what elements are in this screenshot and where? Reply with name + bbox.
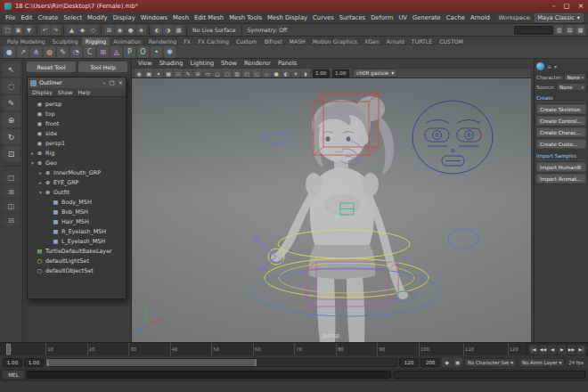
outliner-row[interactable]: ◉ front [28, 118, 126, 128]
viewport-menu-item[interactable]: Panels [278, 60, 297, 67]
viewport-menu-item[interactable]: Show [221, 60, 237, 67]
select-object-icon[interactable]: ◆ [78, 25, 87, 35]
expand-arrow-icon[interactable]: ▸ [37, 180, 44, 185]
paint-skin-weights-icon[interactable]: ✎ [57, 46, 69, 58]
select-hierarchy-icon[interactable]: ▲ [67, 25, 77, 35]
menu-item[interactable]: Mesh [172, 13, 190, 22]
outliner-row[interactable]: ◉ persp [28, 99, 126, 109]
side-face-control-curve[interactable] [260, 131, 295, 143]
outliner-row[interactable]: ▦ L_Eyelash_MSH [28, 236, 126, 246]
scale-tool-icon[interactable]: ⊡ [3, 146, 20, 161]
create-button[interactable]: Create Character Definition [536, 127, 586, 137]
save-scene-icon[interactable]: ▼ [24, 25, 34, 35]
open-scene-icon[interactable]: ▣ [13, 25, 23, 35]
outliner-close-button[interactable]: × [118, 79, 123, 86]
outliner-row[interactable]: ▸ ⊕ EYE_GRP [28, 177, 126, 187]
menu-item[interactable]: Deform [370, 13, 394, 22]
camera-select-icon[interactable]: ◉ [135, 69, 143, 78]
exposure-field[interactable]: 1.00 [313, 69, 330, 78]
menu-item[interactable]: Mesh Display [266, 13, 308, 22]
playback-end-field[interactable]: 120 [399, 358, 419, 367]
shelf-tab[interactable]: Motion Graphics [309, 37, 361, 45]
viewport-menu-item[interactable]: View [138, 60, 152, 67]
outliner-menu-item[interactable]: Help [78, 89, 91, 95]
right-brow-control[interactable] [457, 120, 480, 124]
new-scene-icon[interactable]: □ [3, 25, 12, 35]
menu-item[interactable]: Cache [445, 13, 466, 22]
field-chart-icon[interactable]: ▥ [233, 69, 241, 78]
shelf-tab[interactable]: Poly Modeling [4, 37, 49, 45]
outliner-row[interactable]: ○ defaultObjectSet [28, 265, 126, 275]
shelf-tab[interactable]: TURTLE [408, 37, 436, 45]
playback-start-field[interactable]: 1.00 [24, 358, 44, 367]
lasso-select-tool-icon[interactable]: ◌ [3, 78, 20, 94]
shelf-tab[interactable]: Custom [233, 37, 261, 45]
camera-attributes-icon[interactable]: ▣ [144, 69, 153, 78]
lattice-icon[interactable]: ⊞ [97, 46, 109, 58]
blend-shape-icon[interactable]: ◔ [70, 46, 82, 58]
attribute-editor-toggle-icon[interactable]: ▥ [554, 25, 564, 35]
expand-arrow-icon[interactable]: ▾ [29, 160, 36, 166]
render-settings-icon[interactable]: ▦ [174, 25, 184, 35]
image-plane-icon[interactable]: ▦ [164, 69, 173, 78]
gamma-field[interactable]: 1.00 [332, 69, 349, 78]
snap-grid-icon[interactable]: ⊞ [104, 25, 114, 35]
menu-item[interactable]: Generate [412, 13, 442, 22]
command-input[interactable] [27, 371, 391, 379]
snap-curve-icon[interactable]: ◉ [115, 25, 125, 35]
shelf-tab[interactable]: Bifrost [261, 37, 286, 45]
panel-menu-icon[interactable]: ≡ [547, 63, 551, 69]
ik-handle-icon[interactable]: ↗ [17, 46, 29, 58]
layout-four-pane-icon[interactable]: ⊞ [3, 185, 20, 198]
range-start-handle[interactable] [46, 359, 49, 366]
resolution-gate-icon[interactable]: ◻ [213, 69, 222, 78]
shelf-tab[interactable]: CUSTOM [436, 37, 467, 45]
shelf-tab[interactable]: FX Caching [194, 37, 233, 45]
animation-end-field[interactable]: 200 [421, 358, 440, 367]
tool-settings-toggle-icon[interactable]: ▤ [565, 25, 575, 35]
command-mode-toggle[interactable]: MEL [3, 371, 24, 379]
humanik-icon[interactable]: ✱ [164, 46, 176, 58]
anim-layer-select[interactable]: No Anim Layer ▾ [519, 358, 565, 367]
cluster-icon[interactable]: C [84, 46, 95, 58]
shelf-tab[interactable]: XGen [361, 37, 383, 45]
safe-action-icon[interactable]: ◰ [242, 69, 251, 78]
workspace-selector[interactable]: Workspace: Maya Classic▾ [498, 13, 584, 22]
outliner-maximize-button[interactable]: ▢ [109, 79, 114, 86]
window-titlebar[interactable]: 18 C:\Users\Rin\Desktop\7 (Female).mb* –… [0, 0, 588, 12]
parent-constraint-icon[interactable]: P [124, 46, 135, 58]
outliner-row[interactable]: ▦ R_Eyelash_MSH [28, 226, 126, 236]
film-gate-icon[interactable]: ▭ [203, 69, 212, 78]
animation-start-field[interactable]: 1.00 [3, 358, 22, 367]
menu-item[interactable]: Mesh Tools [228, 13, 263, 22]
outliner-row[interactable]: ▦ Hair_MSH [28, 216, 126, 226]
outliner-row[interactable]: ◉ side [28, 128, 126, 138]
wireframe-icon[interactable]: ◇ [262, 69, 271, 78]
maximize-button[interactable]: ▢ [564, 2, 570, 10]
menu-item[interactable]: Display [112, 13, 136, 22]
expand-arrow-icon[interactable]: ▾ [37, 190, 44, 195]
menu-item[interactable]: Curves [312, 13, 335, 22]
play-forwards-button[interactable]: ▶ [558, 345, 567, 355]
select-tool-icon[interactable]: ↖ [3, 61, 20, 77]
viewport-menu-item[interactable]: Renderer [244, 60, 271, 67]
viewport-dropdown[interactable]: ch08 gaslow ▾ [353, 69, 397, 78]
create-button[interactable]: Create Skeleton [536, 104, 586, 114]
outliner-menu-item[interactable]: Display [32, 89, 53, 95]
aux-control-curve[interactable] [448, 229, 478, 249]
outliner-row[interactable]: ▦ Bob_MSH [28, 207, 126, 216]
character-select[interactable]: None ▾ [564, 73, 586, 81]
shaded-icon[interactable]: ● [272, 69, 281, 78]
menu-item[interactable]: Windows [140, 13, 168, 22]
select-component-icon[interactable]: ◇ [88, 25, 98, 35]
layout-two-pane-icon[interactable]: ◫ [3, 200, 20, 212]
left-brow-control[interactable] [426, 120, 449, 124]
menu-item[interactable]: Arnold [470, 13, 491, 22]
range-slider[interactable] [45, 358, 397, 367]
textured-icon[interactable]: ◐ [282, 69, 290, 78]
auto-keyframe-icon[interactable]: ◆ [442, 357, 452, 367]
fps-label[interactable]: 24 fps [567, 360, 585, 365]
render-icon[interactable]: ◐ [152, 25, 162, 35]
tool-help-button[interactable]: Tool Help [78, 61, 127, 72]
reset-tool-button[interactable]: Reset Tool [27, 61, 76, 72]
